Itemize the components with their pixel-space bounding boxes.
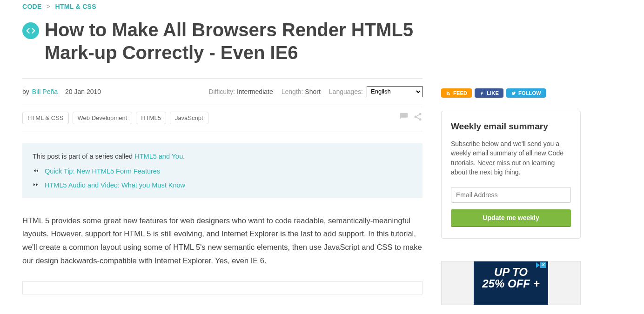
languages-label: Languages: bbox=[329, 88, 363, 95]
twitter-icon bbox=[511, 91, 516, 96]
language-select[interactable]: English bbox=[367, 86, 423, 97]
meta-row: by Bill Peña 20 Jan 2010 Difficulty: Int… bbox=[22, 86, 423, 97]
series-link[interactable]: HTML5 and You bbox=[134, 153, 183, 160]
breadcrumb: CODE > HTML & CSS bbox=[22, 3, 423, 10]
feed-button[interactable]: FEED bbox=[441, 88, 472, 98]
svg-point-0 bbox=[419, 113, 422, 115]
page-title: How to Make All Browsers Render HTML5 Ma… bbox=[45, 19, 423, 64]
series-box: This post is part of a series called HTM… bbox=[22, 143, 423, 198]
author-link[interactable]: Bill Peña bbox=[32, 88, 58, 95]
follow-button[interactable]: FOLLOW bbox=[506, 88, 546, 98]
breadcrumb-separator: > bbox=[47, 3, 50, 10]
email-card-desc: Subscribe below and we'll send you a wee… bbox=[451, 139, 571, 177]
svg-point-1 bbox=[415, 116, 417, 118]
article-paragraph: HTML 5 provides some great new features … bbox=[22, 214, 423, 268]
ad-close-icon[interactable]: ✕ bbox=[536, 262, 547, 268]
difficulty-label: Difficulty: bbox=[208, 88, 235, 95]
series-next-link[interactable]: HTML5 Audio and Video: What you Must Kno… bbox=[45, 181, 185, 189]
divider bbox=[22, 78, 423, 79]
length-value: Short bbox=[305, 88, 320, 95]
svg-point-2 bbox=[419, 118, 422, 120]
code-icon bbox=[22, 22, 39, 39]
email-input[interactable] bbox=[451, 187, 571, 203]
tag-item[interactable]: HTML5 bbox=[136, 112, 166, 124]
rewind-icon bbox=[33, 167, 39, 175]
tag-list: HTML & CSS Web Development HTML5 JavaScr… bbox=[22, 112, 208, 124]
forward-icon bbox=[33, 181, 39, 189]
tag-item[interactable]: HTML & CSS bbox=[22, 112, 69, 124]
tag-item[interactable]: Web Development bbox=[73, 112, 133, 124]
email-card-heading: Weekly email summary bbox=[451, 121, 571, 132]
series-intro: This post is part of a series called bbox=[33, 153, 134, 160]
comment-icon[interactable] bbox=[399, 112, 409, 123]
ad-text-line2: 25% OFF + bbox=[476, 278, 545, 289]
divider bbox=[22, 132, 423, 132]
facebook-icon bbox=[479, 91, 484, 96]
ad-slot[interactable]: ✕ UP TO 25% OFF + bbox=[441, 261, 581, 305]
svg-point-3 bbox=[447, 94, 448, 95]
publish-date: 20 Jan 2010 bbox=[65, 88, 101, 95]
subscribe-button[interactable]: Update me weekly bbox=[451, 209, 571, 227]
content-placeholder bbox=[22, 281, 423, 294]
length-label: Length: bbox=[282, 88, 303, 95]
breadcrumb-level1[interactable]: CODE bbox=[22, 3, 42, 10]
series-prev-link[interactable]: Quick Tip: New HTML5 Form Features bbox=[45, 167, 160, 175]
breadcrumb-level2[interactable]: HTML & CSS bbox=[55, 3, 96, 10]
difficulty-value: Intermediate bbox=[237, 88, 273, 95]
email-summary-card: Weekly email summary Subscribe below and… bbox=[441, 111, 581, 239]
like-button[interactable]: LIKE bbox=[475, 88, 503, 98]
rss-icon bbox=[446, 91, 451, 96]
by-label: by bbox=[22, 88, 29, 95]
series-suffix: . bbox=[183, 153, 185, 160]
share-icon[interactable] bbox=[413, 112, 423, 123]
divider bbox=[22, 105, 423, 105]
ad-text-line1: UP TO bbox=[476, 266, 545, 278]
tag-item[interactable]: JavaScript bbox=[170, 112, 208, 124]
